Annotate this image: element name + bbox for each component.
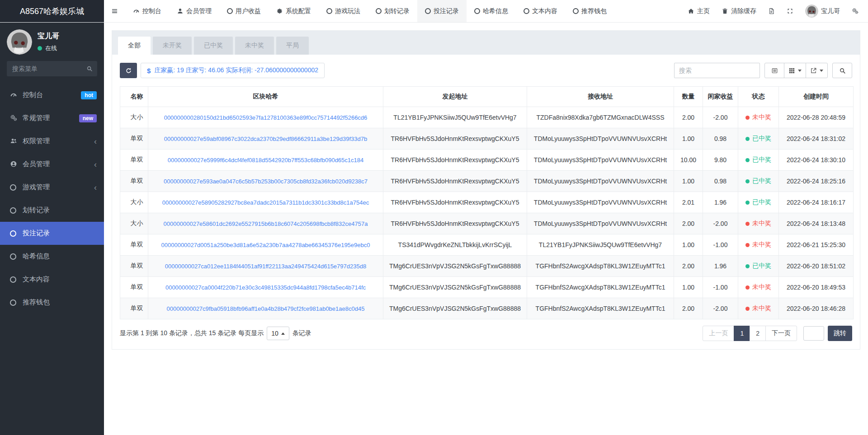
hamburger-icon xyxy=(111,8,118,14)
sidebar-search-input[interactable] xyxy=(7,61,97,76)
nav-item-game-rules[interactable]: 游戏玩法 xyxy=(319,0,368,22)
sidebar-search xyxy=(7,61,97,76)
prev-page-button[interactable]: 上一页 xyxy=(703,326,734,341)
nav-item-bet-records[interactable]: 投注记录 xyxy=(417,0,467,22)
cell-amount: 10.00 xyxy=(674,150,703,171)
block-hash-link[interactable]: 00000000027e58601dc2692e5527915b6b18c607… xyxy=(164,220,368,227)
tab-won[interactable]: 已中奖 xyxy=(194,37,233,55)
cell-to-address: TDMoLyuuwys3SpHtDTpoVVUWNVUsvXCRHt xyxy=(527,128,674,150)
gauge-icon xyxy=(133,8,140,14)
log-button[interactable] xyxy=(762,0,781,22)
export-button[interactable] xyxy=(806,63,828,78)
pagination-info-suffix: 条记录 xyxy=(292,329,311,337)
status-badge: 已中奖 xyxy=(752,135,771,143)
nav-item-system-config[interactable]: 系统配置 xyxy=(269,0,319,22)
nav-item-referral-wallet[interactable]: 推荐钱包 xyxy=(565,0,614,22)
cell-status: 已中奖 xyxy=(738,171,779,192)
nav-item-hash-info[interactable]: 哈希信息 xyxy=(467,0,516,22)
status-dot-icon xyxy=(745,137,750,141)
circle-icon xyxy=(10,299,23,306)
cell-player-profit: -1.00 xyxy=(703,277,738,298)
block-hash-link[interactable]: 00000000027d0051a250be3d81a6e52a230b7aa4… xyxy=(161,242,370,248)
sidebar-item-transfer-records[interactable]: 划转记录 xyxy=(0,199,104,222)
home-button[interactable]: 主页 xyxy=(682,0,716,22)
next-page-button[interactable]: 下一页 xyxy=(765,326,797,341)
detail-view-button[interactable] xyxy=(764,63,784,78)
cogs-icon xyxy=(852,8,859,14)
tab-draw[interactable]: 平局 xyxy=(276,37,309,55)
settings-button[interactable] xyxy=(846,0,864,22)
circle-icon xyxy=(326,8,332,14)
sidebar-item-hash-info[interactable]: 哈希信息 xyxy=(0,245,104,268)
sidebar-item-text-content[interactable]: 文本内容 xyxy=(0,268,104,291)
sidebar-toggle-button[interactable] xyxy=(104,0,125,22)
block-hash-link[interactable]: 00000000027e593ae0a047c6c5b57b253b00c730… xyxy=(164,178,368,185)
nav-item-user-income[interactable]: 用户收益 xyxy=(219,0,269,22)
status-dot-icon xyxy=(745,264,750,268)
header-from-address: 发起地址 xyxy=(383,87,527,107)
nav-item-members[interactable]: 会员管理 xyxy=(169,0,219,22)
page-button-1[interactable]: 1 xyxy=(734,326,750,341)
fullscreen-button[interactable] xyxy=(781,0,799,22)
caret-up-icon xyxy=(281,332,285,335)
page-size-dropdown[interactable]: 10 xyxy=(267,327,289,340)
cell-amount: 1.00 xyxy=(674,171,703,192)
cell-amount: 2.01 xyxy=(674,192,703,213)
cell-status: 未中奖 xyxy=(738,213,779,234)
jump-button[interactable]: 跳转 xyxy=(828,326,852,341)
sidebar-item-game-management[interactable]: 游戏管理‹ xyxy=(0,176,104,199)
sidebar-item-dashboard[interactable]: 控制台hot xyxy=(0,84,104,107)
cell-status: 未中奖 xyxy=(738,234,779,256)
expand-icon xyxy=(787,8,793,14)
block-hash-link[interactable]: 00000000027ca012ee1184f44051af91ff22113a… xyxy=(165,263,366,270)
table-search-input[interactable] xyxy=(674,63,760,78)
sidebar-item-referral-wallet[interactable]: 推荐钱包 xyxy=(0,291,104,314)
block-hash-link[interactable]: 00000000027e58905282927bc8ea7dadc2015a73… xyxy=(162,199,369,206)
header-to-address: 接收地址 xyxy=(527,87,674,107)
cell-to-address: TGFHbnfS2AwcgXAdspT8KL3W1ZEuyMTTc1 xyxy=(527,298,674,319)
tab-lost[interactable]: 未中奖 xyxy=(235,37,274,55)
status-badge: 已中奖 xyxy=(752,156,771,164)
block-hash-link[interactable]: 00000000027e5999f6c4dcf4fef0818d5542920b… xyxy=(168,157,364,164)
block-hash-link[interactable]: 00000000027ca0004f220b71e30c3c49815335dc… xyxy=(165,284,366,291)
refresh-button[interactable] xyxy=(120,63,137,78)
block-hash-link[interactable]: 00000000027e59abf08967c3022dca2370b29edf… xyxy=(164,136,367,142)
clear-cache-button[interactable]: 清除缓存 xyxy=(716,0,762,22)
search-button[interactable] xyxy=(832,63,852,78)
status-badge: 已中奖 xyxy=(752,262,771,270)
dollar-icon: $ xyxy=(147,67,151,75)
nav-item-transfer-records[interactable]: 划转记录 xyxy=(368,0,417,22)
status-dot-icon xyxy=(745,285,750,290)
toolbar: $ 庄家赢: 19 庄家亏: 46.06 实际利润: -27.060000000… xyxy=(120,63,852,78)
cell-to-address: TL21YB1FyJPNKSiiwJ5QUw9TfE6etvVHg7 xyxy=(527,234,674,256)
jump-page-input[interactable] xyxy=(803,326,824,341)
file-icon xyxy=(768,8,775,14)
cell-from-address: TR6HVFbHv5SJdoHnmKtRexsvptwgCKXuY5 xyxy=(383,150,527,171)
tab-all[interactable]: 全部 xyxy=(118,37,151,55)
cell-from-address: TR6HVFbHv5SJdoHnmKtRexsvptwgCKXuY5 xyxy=(383,128,527,150)
user-menu[interactable]: 宝儿哥 xyxy=(799,0,846,22)
cell-created-time: 2022-06-28 20:48:59 xyxy=(779,107,854,128)
trash-icon xyxy=(722,8,728,14)
sidebar-item-permissions[interactable]: 权限管理‹ xyxy=(0,130,104,153)
columns-button[interactable] xyxy=(784,63,806,78)
brand-logo[interactable]: A8567哈希娱乐城 xyxy=(0,0,104,22)
sidebar-item-general-management[interactable]: 常规管理new xyxy=(0,107,104,130)
block-hash-link[interactable]: 000000000280150d21bd6502593e7fa127810036… xyxy=(164,114,368,121)
circle-icon xyxy=(376,8,382,14)
sidebar-item-bet-records[interactable]: 投注记录 xyxy=(0,222,104,245)
nav-item-dashboard[interactable]: 控制台 xyxy=(125,0,169,22)
circle-icon xyxy=(10,276,23,283)
page-button-2[interactable]: 2 xyxy=(750,326,766,341)
hot-badge: hot xyxy=(81,91,97,99)
nav-item-text-content[interactable]: 文本内容 xyxy=(516,0,565,22)
avatar[interactable] xyxy=(7,29,32,55)
tab-not-drawn[interactable]: 未开奖 xyxy=(153,37,192,55)
status-dot-icon xyxy=(745,243,750,247)
sidebar-item-members[interactable]: 会员管理‹ xyxy=(0,153,104,176)
block-hash-link[interactable]: 00000000027c9fba05918bfb96aff1e0a4b28b47… xyxy=(167,305,365,312)
status-badge: 已中奖 xyxy=(752,177,771,185)
cell-from-address: TR6HVFbHv5SJdoHnmKtRexsvptwgCKXuY5 xyxy=(383,192,527,213)
gear-icon xyxy=(276,8,283,14)
status-dot-icon xyxy=(745,307,750,311)
